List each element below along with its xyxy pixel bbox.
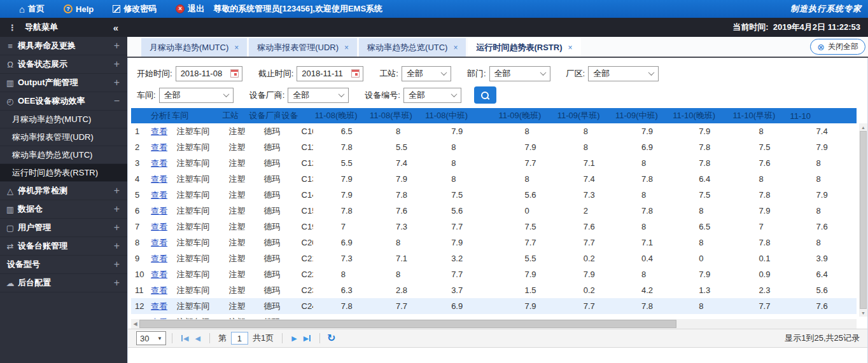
device-cell: C11	[280, 139, 313, 155]
close-tab-icon[interactable]: ×	[344, 43, 349, 52]
tab-2[interactable]: 稼动率报表管理(UDR)×	[249, 38, 357, 57]
device-cell: C10	[280, 123, 313, 139]
expand-plus-icon[interactable]: +	[114, 277, 120, 289]
expand-plus-icon[interactable]: +	[114, 185, 120, 196]
expand-plus-icon[interactable]: +	[114, 222, 120, 233]
sidebar-item-device-model[interactable]: 设备型号+	[0, 256, 127, 274]
calendar-icon[interactable]	[351, 69, 360, 78]
sidebar-item-oee-efficiency[interactable]: ◴OEE设备稼动效率−	[0, 92, 127, 111]
view-link[interactable]: 查看	[151, 285, 167, 295]
tab-3[interactable]: 稼动率趋势总览(UTC)×	[359, 38, 466, 57]
scroll-left-icon[interactable]: ◀	[131, 321, 139, 327]
table-row: 7查看注塑车间注塑德玛格C1977.37.77.57.686.577.6	[131, 219, 857, 235]
logout-button[interactable]: × 退出	[176, 3, 204, 15]
collapse-minus-icon[interactable]: −	[114, 95, 120, 107]
vendor-cell: 德玛格	[247, 314, 279, 319]
refresh-icon[interactable]: ↻	[327, 333, 335, 343]
value-cell: 7.6	[788, 298, 857, 314]
next-page-button[interactable]: ▶	[291, 334, 297, 343]
workshop-select[interactable]: 全部	[159, 88, 234, 103]
tab-label: 稼动率趋势总览(UTC)	[367, 42, 447, 53]
view-link[interactable]: 查看	[151, 206, 167, 216]
sidebar-subitem-rstr[interactable]: 运行时间趋势表(RSTR)	[0, 164, 127, 182]
device-cell: C13	[280, 171, 313, 187]
sidebar-subitem-utc[interactable]: 稼动率趋势总览(UTC)	[0, 146, 127, 164]
view-link[interactable]: 查看	[151, 142, 167, 152]
view-link[interactable]: 查看	[151, 238, 167, 247]
expand-plus-icon[interactable]: +	[114, 77, 120, 88]
sidebar-item-device-ledger[interactable]: ⇄设备台账管理+	[0, 237, 127, 256]
expand-plus-icon[interactable]: +	[114, 259, 120, 270]
expand-plus-icon[interactable]: +	[114, 240, 120, 252]
view-link[interactable]: 查看	[151, 222, 167, 231]
status-time-bar: 当前时间: 2019年4月2日 11:22:53	[127, 18, 868, 37]
scroll-down-icon[interactable]: ▼	[861, 309, 865, 317]
sidebar-item-backend-config[interactable]: ☁后台配置+	[0, 274, 127, 292]
horizontal-scrollbar[interactable]: ◀	[131, 319, 857, 329]
tab-4-active[interactable]: 运行时间趋势表(RSTR)×	[468, 38, 580, 57]
view-link[interactable]: 查看	[151, 301, 167, 311]
close-all-tabs-button[interactable]: ⊗ 关闭全部	[810, 39, 865, 55]
plant-select[interactable]: 全部	[588, 66, 659, 81]
value-cell: 7.4	[556, 171, 613, 187]
vertical-scroll-thumb[interactable]	[860, 131, 867, 309]
scroll-up-icon[interactable]: ▲	[861, 123, 865, 131]
sidebar-item-user-management[interactable]: ▢用户管理+	[0, 219, 127, 237]
close-tab-icon[interactable]: ×	[453, 43, 458, 52]
value-cell: 1.3	[671, 282, 731, 298]
sidebar-subitem-udr[interactable]: 稼动率报表管理(UDR)	[0, 128, 127, 146]
vendor-select[interactable]: 全部	[288, 88, 349, 103]
end-date-value: 2018-11-11	[302, 69, 343, 78]
sidebar-subitem-mutc[interactable]: 月稼动率趋势(MUTC)	[0, 111, 127, 128]
calendar-icon[interactable]	[230, 69, 239, 78]
page-size-select[interactable]: 30 ▼	[136, 331, 166, 345]
value-cell: 6.4	[788, 266, 857, 282]
search-button[interactable]	[474, 86, 496, 104]
view-link[interactable]: 查看	[151, 127, 167, 136]
value-cell: 2.3	[731, 282, 788, 298]
start-date-input[interactable]: 2018-11-08	[176, 66, 242, 81]
value-cell: 7	[313, 314, 368, 319]
view-cell: 查看	[149, 139, 170, 155]
expand-plus-icon[interactable]: +	[114, 40, 120, 51]
first-page-button[interactable]: ◀	[181, 334, 188, 343]
tabs: 月稼动率趋势(MUTC)×稼动率报表管理(UDR)×稼动率趋势总览(UTC)×运…	[141, 38, 583, 57]
value-cell: 7.7	[423, 266, 496, 282]
view-link[interactable]: 查看	[151, 254, 167, 263]
expand-plus-icon[interactable]: +	[114, 203, 120, 215]
sidebar-item-device-status[interactable]: Ω设备状态展示+	[0, 55, 127, 74]
value-cell: 8	[788, 155, 857, 171]
tab-label: 稼动率报表管理(UDR)	[257, 42, 339, 53]
help-button[interactable]: ? Help	[64, 4, 94, 14]
end-date-input[interactable]: 2018-11-11	[297, 66, 363, 81]
collapse-sidebar-icon[interactable]: «	[113, 22, 118, 33]
prev-page-button[interactable]: ◀	[195, 334, 200, 343]
home-button[interactable]: ⌂ 首页	[19, 3, 45, 15]
value-cell: 6.9	[423, 298, 496, 314]
divider	[209, 333, 210, 343]
page-number-input[interactable]: 1	[231, 332, 248, 345]
sidebar-item-output-capacity[interactable]: ▥Output产能管理+	[0, 74, 127, 92]
horizontal-scroll-thumb[interactable]	[139, 320, 676, 328]
device-number-select[interactable]: 全部	[403, 88, 461, 103]
sidebar-item-data-warehouse[interactable]: ▥数据仓+	[0, 200, 127, 219]
last-page-button[interactable]: ▶	[304, 334, 311, 343]
vertical-scrollbar[interactable]: ▲ ▼	[859, 123, 867, 317]
view-link[interactable]: 查看	[151, 174, 167, 184]
sidebar-item-mold-life[interactable]: ≡模具寿命及更换+	[0, 37, 127, 55]
expand-plus-icon[interactable]: +	[114, 58, 120, 70]
brand-text: 制造执行系统专家	[790, 3, 862, 15]
department-select[interactable]: 全部	[489, 66, 550, 81]
close-tab-icon[interactable]: ×	[568, 43, 573, 52]
view-link[interactable]: 查看	[151, 317, 167, 320]
row-number: 9	[131, 250, 149, 266]
view-link[interactable]: 查看	[151, 190, 167, 200]
sidebar-item-downtime-detection[interactable]: △停机异常检测+	[0, 182, 127, 200]
view-link[interactable]: 查看	[151, 270, 167, 279]
station-select[interactable]: 全部	[402, 66, 451, 81]
close-tab-icon[interactable]: ×	[234, 43, 239, 52]
change-password-button[interactable]: 修改密码	[113, 3, 157, 15]
bottom-strip	[128, 348, 867, 357]
tab-1[interactable]: 月稼动率趋势(MUTC)×	[141, 38, 247, 57]
view-link[interactable]: 查看	[151, 158, 167, 168]
